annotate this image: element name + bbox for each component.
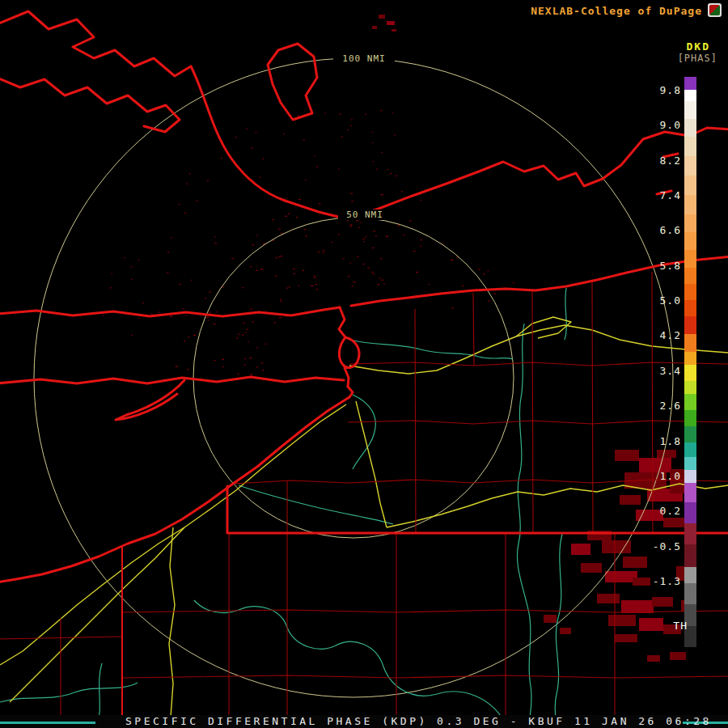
- colorbar-segment: [684, 77, 696, 90]
- colorbar-segment: [684, 394, 696, 410]
- colorbar-tick-label: 6.6: [660, 225, 681, 236]
- colorbar-segment: [684, 334, 696, 352]
- colorbar-segment: [684, 232, 696, 250]
- colorbar-segment: [684, 352, 696, 365]
- lake-simcoe: [268, 44, 317, 120]
- product-code: DKD: [687, 40, 710, 53]
- colorbar-segment: [684, 583, 696, 604]
- rochester-junction: [516, 317, 571, 338]
- cod-logo-icon: [708, 3, 722, 17]
- colorbar-segment: [684, 101, 696, 119]
- colorbar-tick-label: 9.0: [660, 120, 681, 131]
- colorbar-segment: [684, 137, 696, 156]
- lake-erie-south-shore: [0, 397, 349, 582]
- colorbar-segment: [684, 544, 696, 567]
- colorbar-tick-label: 2.6: [660, 400, 681, 412]
- colorbar-segment: [684, 300, 696, 316]
- lake-ontario-south-shore: [0, 307, 340, 316]
- colorbar-segment: [684, 119, 696, 137]
- page-title: NEXLAB-College of DuPage: [531, 5, 702, 17]
- georgian-bay-shoreline: [0, 11, 191, 76]
- colorbar-segment: [684, 365, 696, 381]
- long-point: [116, 380, 184, 420]
- colorbar-segment: [684, 284, 696, 300]
- status-text: SPECIFIC DIFFERENTIAL PHASE (KDP) 0.3 DE…: [125, 715, 712, 727]
- route-south: [356, 401, 387, 527]
- range-ring-label-100: 100 NMI: [333, 53, 395, 64]
- colorbar-segment: [684, 470, 696, 483]
- colorbar-segment: [684, 195, 696, 214]
- radar-map: [0, 0, 728, 728]
- colorbar-segment: [684, 502, 696, 523]
- range-ring-100nmi: [34, 58, 673, 697]
- colorbar-tick-label: 7.4: [660, 190, 681, 201]
- range-rings: [34, 58, 673, 697]
- genesee-river: [517, 324, 531, 728]
- lake-erie-north-shore: [0, 377, 344, 383]
- colorbar-segment: [684, 316, 696, 334]
- colorbar-tick-label: 3.4: [660, 366, 681, 377]
- colorbar-tick-label: -0.5: [653, 541, 681, 552]
- colorbar-segment: [684, 268, 696, 284]
- colorbar: [684, 77, 696, 647]
- tonawanda-creek: [349, 340, 513, 359]
- colorbar-tick-label: 1.8: [660, 436, 681, 447]
- colorbar-tick-label: -1.3: [653, 576, 681, 587]
- state-borders: [0, 11, 728, 582]
- colorbar-segment: [684, 156, 696, 176]
- niagara-river: [339, 307, 359, 387]
- colorbar-tick-label: 5.8: [660, 260, 681, 272]
- buffalo-harbor: [348, 387, 353, 397]
- colorbar-tick-label: 5.0: [660, 295, 681, 307]
- colorbar-segment: [684, 176, 696, 195]
- allegheny-river: [194, 600, 508, 728]
- colorbar-segment: [684, 442, 696, 457]
- colorbar-tick-label: 0.2: [660, 506, 681, 517]
- colorbar-segment: [684, 381, 696, 394]
- radar-display: 100 NMI 50 NMI NEXLAB-College of DuPage …: [0, 0, 728, 728]
- county-lines: [0, 272, 728, 728]
- colorbar-segment: [684, 214, 696, 232]
- rivers: [0, 288, 566, 728]
- status-accent-left: [0, 722, 95, 724]
- colorbar-ticks: TH 9.89.08.27.46.65.85.04.23.42.61.81.00…: [621, 77, 681, 653]
- colorbar-segment: [684, 523, 696, 544]
- colorbar-segment: [684, 426, 696, 442]
- i90-west: [0, 404, 346, 665]
- colorbar-segment: [684, 250, 696, 268]
- status-bar: SPECIFIC DIFFERENTIAL PHASE (KDP) 0.3 DE…: [0, 715, 728, 728]
- threshold-label: TH: [673, 620, 688, 632]
- colorbar-tick-label: 1.0: [660, 471, 681, 482]
- colorbar-tick-label: 8.2: [660, 155, 681, 167]
- colorbar-segment: [684, 90, 696, 101]
- colorbar-segment: [684, 457, 696, 470]
- range-ring-label-50: 50 NMI: [338, 210, 392, 220]
- product-units-label: [PHAS]: [678, 53, 717, 64]
- colorbar-tick-label: 4.2: [660, 330, 681, 341]
- colorbar-segment: [684, 410, 696, 426]
- cattaraugus-creek: [239, 485, 393, 524]
- colorbar-segment: [684, 567, 696, 583]
- colorbar-segment: [684, 483, 696, 502]
- colorbar-tick-label: 9.8: [660, 85, 681, 96]
- radar-speckles: [103, 110, 514, 375]
